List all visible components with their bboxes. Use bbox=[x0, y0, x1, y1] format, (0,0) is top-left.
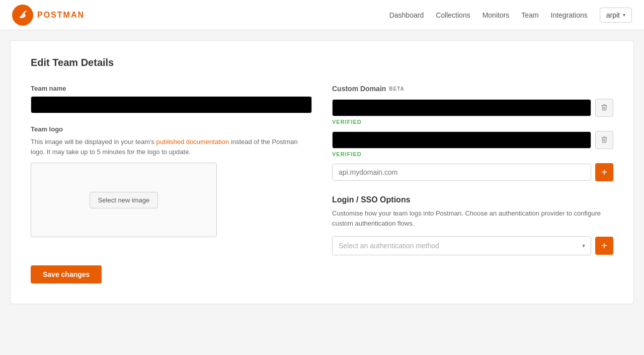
nav-link-dashboard[interactable]: Dashboard bbox=[389, 11, 424, 19]
select-image-button[interactable]: Select new image bbox=[90, 192, 158, 208]
sso-row: Select an authentication method SAML 2.0… bbox=[332, 236, 613, 255]
new-domain-input[interactable] bbox=[332, 164, 591, 181]
nav-links: Dashboard Collections Monitors Team Inte… bbox=[389, 8, 632, 23]
domain-input-wrap-1 bbox=[332, 99, 591, 116]
published-docs-link[interactable]: published documentation bbox=[156, 138, 229, 146]
edit-team-card: Edit Team Details Team name Team logo Th… bbox=[10, 40, 634, 304]
new-domain-input-wrap bbox=[332, 164, 591, 181]
domain-input-1[interactable] bbox=[332, 99, 591, 116]
sso-title: Login / SSO Options bbox=[332, 195, 613, 204]
sso-select-wrap: Select an authentication method SAML 2.0… bbox=[332, 236, 591, 255]
sso-select[interactable]: Select an authentication method SAML 2.0… bbox=[332, 236, 591, 255]
verified-label-1: VERIFIED bbox=[332, 119, 613, 125]
add-domain-row: + bbox=[332, 163, 613, 181]
team-name-input[interactable] bbox=[31, 96, 312, 113]
custom-domain-label: Custom Domain bbox=[332, 85, 386, 93]
trash-icon-2 bbox=[601, 136, 608, 145]
team-logo-label: Team logo bbox=[31, 125, 312, 133]
left-column: Team name Team logo This image will be d… bbox=[31, 85, 312, 283]
delete-domain-2-button[interactable] bbox=[595, 131, 613, 149]
navbar: POSTMAN Dashboard Collections Monitors T… bbox=[0, 0, 644, 30]
nav-link-collections[interactable]: Collections bbox=[436, 11, 470, 19]
team-logo-description: This image will be displayed in your tea… bbox=[31, 137, 312, 157]
add-sso-button[interactable]: + bbox=[595, 237, 613, 255]
main-container: Edit Team Details Team name Team logo Th… bbox=[0, 30, 644, 314]
trash-icon-1 bbox=[601, 104, 608, 112]
team-name-group: Team name bbox=[31, 85, 312, 113]
user-dropdown[interactable]: arpit ▾ bbox=[600, 8, 632, 23]
svg-point-2 bbox=[20, 16, 22, 18]
sso-plus-icon: + bbox=[601, 240, 607, 252]
verified-label-2: VERIFIED bbox=[332, 151, 613, 157]
chevron-down-icon: ▾ bbox=[623, 12, 625, 18]
domain-input-wrap-2 bbox=[332, 131, 591, 149]
sso-section: Login / SSO Options Customise how your t… bbox=[332, 195, 613, 255]
right-column: Custom Domain BETA bbox=[332, 85, 613, 283]
postman-logo-icon bbox=[12, 5, 33, 26]
custom-domain-group: Custom Domain BETA bbox=[332, 85, 613, 181]
sso-description: Customise how your team logs into Postma… bbox=[332, 208, 613, 228]
nav-link-team[interactable]: Team bbox=[521, 11, 538, 19]
team-logo-group: Team logo This image will be displayed i… bbox=[31, 125, 312, 237]
domain-input-2[interactable] bbox=[332, 131, 591, 149]
plus-icon: + bbox=[601, 167, 607, 178]
domain-row-2 bbox=[332, 131, 613, 149]
add-domain-button[interactable]: + bbox=[595, 163, 613, 181]
beta-badge: BETA bbox=[389, 86, 404, 92]
save-changes-button[interactable]: Save changes bbox=[31, 265, 102, 283]
logo-upload-area: Select new image bbox=[31, 163, 217, 237]
page-title: Edit Team Details bbox=[31, 57, 613, 68]
delete-domain-1-button[interactable] bbox=[595, 99, 613, 117]
brand-logo-link[interactable]: POSTMAN bbox=[12, 5, 85, 26]
domain-row-1 bbox=[332, 99, 613, 117]
nav-link-monitors[interactable]: Monitors bbox=[482, 11, 510, 19]
form-columns: Team name Team logo This image will be d… bbox=[31, 85, 613, 283]
brand-name: POSTMAN bbox=[37, 11, 85, 20]
custom-domain-title: Custom Domain BETA bbox=[332, 85, 613, 93]
team-name-label: Team name bbox=[31, 85, 312, 92]
nav-link-integrations[interactable]: Integrations bbox=[551, 11, 588, 19]
user-name: arpit bbox=[606, 11, 620, 19]
logo-desc-prefix: This image will be displayed in your tea… bbox=[31, 138, 156, 146]
